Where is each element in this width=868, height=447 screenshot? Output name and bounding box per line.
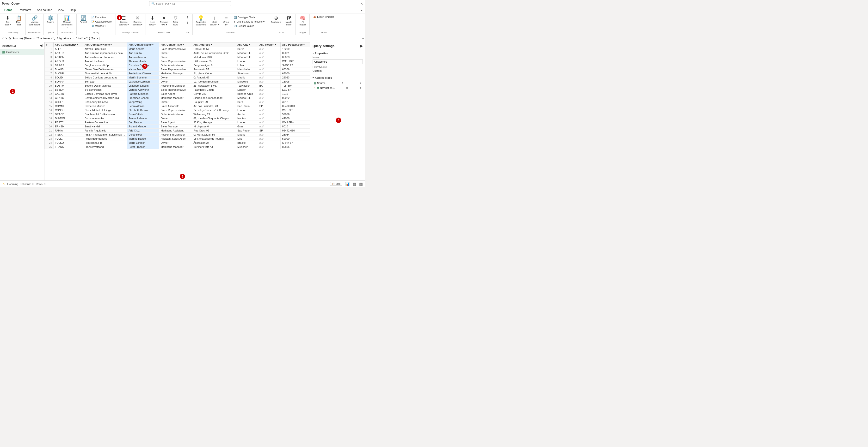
remove-columns-icon: ✕ (135, 15, 140, 21)
map-to-entity-button[interactable]: 🗺 Map toentity (283, 14, 294, 27)
table-row[interactable]: 3 ANTON Antonio Moreno Taqueria Antonio … (45, 55, 310, 59)
suggested-transforms-button[interactable]: 💡 Suggestedtransforms (194, 14, 208, 27)
refresh-button[interactable]: 🔄 Refresh (78, 14, 89, 31)
properties-chevron-icon[interactable]: ▾ (313, 52, 314, 55)
row-num: 1 (45, 47, 54, 51)
step-navigation1-x-icon[interactable]: ✕ (313, 87, 315, 89)
search-bar[interactable]: 🔍 (149, 1, 231, 6)
step-label[interactable]: 📋 Step (330, 182, 342, 186)
step-source[interactable]: ▦ Source ⚙ 🗑 (313, 81, 363, 85)
table-row[interactable]: 10 BOTTM Bottom-Dollar Markets Elizabeth… (45, 84, 310, 88)
ribbon-collapse[interactable]: ▲ (360, 9, 363, 12)
cell-postalcode: 05023 (281, 55, 310, 59)
table-row[interactable]: 15 COMMI Comércio Mineiro Pedro Afonso S… (45, 104, 310, 108)
table-row[interactable]: 21 FAMIA Familia Arquibaldo Aria Cruz Ma… (45, 129, 310, 133)
advanced-editor-button[interactable]: 📝 Advanced editor (90, 20, 114, 24)
cell-city: Nantes (236, 116, 258, 121)
tab-home[interactable]: Home (2, 7, 14, 13)
table-row[interactable]: 12 CACTU Cactus Comidas para llevar Patr… (45, 92, 310, 96)
table-row[interactable]: 9 BONAP Bon app' Laurence Lebihan Owner … (45, 80, 310, 84)
data-type-button[interactable]: 🔤 Data type: Text ▾ (232, 15, 266, 20)
table-row[interactable]: 16 CONSH Consolidated Holdings Elizabeth… (45, 108, 310, 112)
step-navigation1-delete-icon[interactable]: 🗑 (360, 87, 362, 89)
entity-type-info-icon[interactable]: ⓘ (324, 66, 327, 68)
table-row[interactable]: 18 DUMON Du monde entier Janine Labrune … (45, 116, 310, 121)
data-area[interactable]: # ABC CustomerID ▾ ABC CompanyName ▾ ABC… (44, 42, 310, 180)
enter-data-button[interactable]: 📋 Enterdata (13, 14, 24, 27)
options-button[interactable]: ⚙️ Options (45, 14, 56, 25)
close-button[interactable]: ✕ (360, 2, 363, 5)
table-row[interactable]: 5 BERGS Berglunds snabbköp Christina Ber… (45, 63, 310, 67)
applied-steps-chevron-icon[interactable]: ▾ (313, 76, 314, 79)
export-template-button[interactable]: 📤 Export template (311, 14, 336, 20)
col-header-customerid[interactable]: ABC CustomerID ▾ (53, 42, 83, 47)
table-row[interactable]: 20 ERNSH Ernst Handel Roland Mendel Sale… (45, 125, 310, 129)
manage-parameters-button[interactable]: 📊 Manageparameters ▾ (59, 14, 75, 30)
tab-help[interactable]: Help (67, 7, 78, 13)
table-row[interactable]: 22 FISSA FISSA Fabrica Inter. Salchichas… (45, 133, 310, 137)
table-row[interactable]: 6 BLAUS Blauer See Delikatessen Hanna Mo… (45, 67, 310, 71)
table-row[interactable]: 1 ALFKI Alfreds Futterkiste Maria Anders… (45, 47, 310, 51)
tab-add-column[interactable]: Add column (35, 7, 55, 13)
check-icon[interactable]: ✓ (1, 37, 4, 40)
cell-address: 184, chaussée de Tournai (192, 137, 236, 141)
manage-button[interactable]: ⚙️ Manage ▾ (90, 24, 114, 28)
remove-columns-button[interactable]: ✕ Removecolumns ▾ (131, 14, 144, 27)
keep-rows-button[interactable]: ⬇ Keeprows ▾ (147, 14, 158, 27)
cell-city: London (236, 88, 258, 92)
cell-city: Luleå (236, 63, 258, 67)
step-source-settings-icon[interactable]: ⚙ (341, 82, 344, 84)
table-row[interactable]: 8 BOLID Bólido Comidas preparadas Martín… (45, 76, 310, 80)
properties-button[interactable]: 📄 Properties (90, 15, 114, 20)
collapse-queries-icon[interactable]: ◀ (40, 44, 42, 47)
manage-connections-button[interactable]: 🔗 Manageconnections (27, 14, 42, 27)
group-by-button[interactable]: ≡ Groupby (221, 14, 231, 27)
use-first-row-button[interactable]: ⬆ Use first row as headers ▾ (232, 20, 266, 24)
table-row[interactable]: 4 AROUT Around the Horn Thomas Hardy Sal… (45, 59, 310, 63)
sort-asc-button[interactable]: ↑ (184, 14, 191, 20)
table-row[interactable]: 14 CHOPS Chop-suey Chinese Yang Wang Own… (45, 100, 310, 104)
name-input[interactable] (313, 59, 363, 64)
table-row[interactable]: 23 FOLIG Folies gourmandes Martine Rancé… (45, 137, 310, 141)
step-source-delete-icon[interactable]: 🗑 (360, 82, 362, 84)
warning-text: 1 warning (7, 182, 18, 185)
profile-icon[interactable]: 📊 (345, 182, 350, 186)
table-row[interactable]: 2 ANATR Ana Trujillo Emparedados y helad… (45, 51, 310, 55)
step-navigation1-settings-icon[interactable]: ⚙ (346, 87, 348, 89)
col-header-companyname[interactable]: ABC CompanyName ▾ (83, 42, 127, 47)
sort-desc-button[interactable]: ↓ (184, 20, 191, 25)
replace-values-button[interactable]: 🔄 Replace values (232, 24, 266, 28)
query-item-customers[interactable]: ▦ Customers (0, 49, 44, 55)
step-navigation1[interactable]: ✕ ▦ Navigation 1 ⚙ 🗑 (313, 85, 363, 90)
choose-columns-button[interactable]: ☰ Choosecolumns ▾ (117, 14, 130, 27)
table-row[interactable]: 7 BLONP Blondesddsl père et fils Frédéri… (45, 71, 310, 76)
split-column-button[interactable]: ⫿ Splitcolumn ▾ (208, 14, 221, 27)
expand-panel-icon[interactable]: ▶ (360, 44, 363, 48)
table-row[interactable]: 25 FRANK Frankenversand Peter Franken Ma… (45, 145, 310, 149)
table-row[interactable]: 11 BSBEV B's Beverages Victoria Ashworth… (45, 88, 310, 92)
table-row[interactable]: 19 EASTC Eastern Connection Ann Devon Sa… (45, 121, 310, 125)
table-row[interactable]: 13 CENTC Centro comercial Moctezuma Fran… (45, 96, 310, 100)
tab-view[interactable]: View (56, 7, 66, 13)
formula-input[interactable] (12, 37, 361, 40)
col-header-postalcode[interactable]: ABC PostalCode ▾ (281, 42, 310, 47)
col-header-region[interactable]: ABC Region ▾ (258, 42, 281, 47)
table-row[interactable]: 24 FOLKO Folk och fä HB Maria Larsson Ow… (45, 141, 310, 145)
tab-transform[interactable]: Transform (16, 7, 33, 13)
grid-view-icon[interactable]: ▦ (353, 182, 356, 186)
col-header-contactname[interactable]: ABC ContactName ▾ (127, 42, 159, 47)
col-header-address[interactable]: ABC Address ▾ (192, 42, 236, 47)
col-header-city[interactable]: ABC City ▾ (236, 42, 258, 47)
formula-expand-icon[interactable]: ▾ (362, 37, 364, 40)
col-header-contacttitle[interactable]: ABC ContactTitle ▾ (159, 42, 192, 47)
ai-insights-button[interactable]: 🧠 AIInsights (297, 14, 308, 27)
search-input[interactable] (156, 2, 229, 5)
filter-rows-button[interactable]: ▽ Filterrows (170, 14, 181, 27)
remove-rows-button[interactable]: ✕ Removerows ▾ (158, 14, 170, 27)
get-data-button[interactable]: ⬇ Getdata ▾ (2, 14, 13, 27)
cell-companyname: Blauer See Delikatessen (83, 67, 127, 71)
grid-view2-icon[interactable]: ▦ (359, 182, 363, 186)
cancel-formula-icon[interactable]: ✕ (5, 37, 8, 40)
combine-button[interactable]: ⊕ Combine ▾ (269, 14, 283, 25)
table-row[interactable]: 17 DRACD Drachenblut Delikatessen Sven O… (45, 112, 310, 116)
